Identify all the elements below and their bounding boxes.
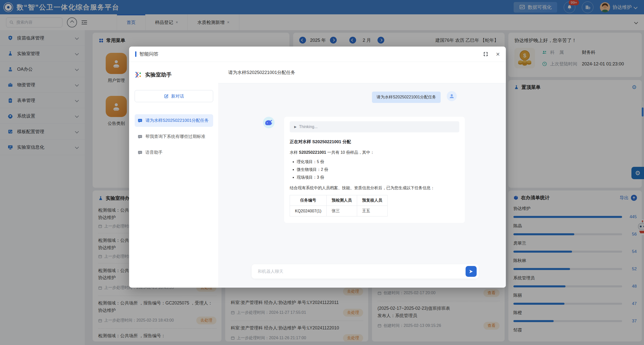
conversation-item[interactable]: 请为水样S20250221001分配任务 <box>135 114 213 127</box>
send-button[interactable] <box>466 266 477 277</box>
ai-chat-modal: 智能问答 × 实验室助手 <box>129 47 506 288</box>
answer-bullet: 理化项目：5 份 <box>297 159 459 165</box>
assistant-message-row: ▶ Thinking... 正在对水样 S20250221001 分配 水样 S… <box>263 117 465 223</box>
task-table: 任务编号预检测人员预复核人员 KQ2024007(1)张三王五 <box>290 195 388 216</box>
task-table-cell: 张三 <box>326 206 357 216</box>
chat-bubble-icon <box>138 118 142 123</box>
assistant-name: 实验室助手 <box>145 71 172 78</box>
new-chat-label: 新对话 <box>171 93 184 99</box>
conversation-item[interactable]: 语音助手 <box>135 146 213 159</box>
chat-bubble-icon <box>138 134 142 139</box>
assistant-message-card: ▶ Thinking... 正在对水样 S20250221001 分配 水样 S… <box>284 117 465 223</box>
chat-bubble-icon <box>138 150 142 155</box>
fullscreen-icon[interactable] <box>483 51 488 57</box>
task-table-header: 预检测人员 <box>326 195 357 206</box>
modal-title: 智能问答 <box>139 51 159 57</box>
new-chat-button[interactable]: 新对话 <box>135 90 213 102</box>
user-message-row: 请为水样S20250221001分配任务 <box>372 92 506 103</box>
answer-bullet: 现场项目：3 份 <box>297 175 459 180</box>
task-table-header: 预复核人员 <box>357 195 387 206</box>
conversation-label: 请为水样S20250221001分配任务 <box>145 117 209 124</box>
conversation-label: 语音助手 <box>145 149 163 156</box>
answer-bullet: 微生物项目：2 份 <box>297 167 459 172</box>
conversation-item[interactable]: 帮我查询下系统有哪些过期标准 <box>135 130 213 143</box>
answer-intro: 水样 S20250221001 一共有 10 份样品，其中： <box>290 149 459 156</box>
assistant-avatar-whale-icon <box>263 117 275 128</box>
chat-panel: 请为水样S20250221001分配任务 请为水样S20250221001分配任… <box>218 62 506 288</box>
answer-heading: 正在对水样 S20250221001 分配 <box>290 139 459 145</box>
title-accent-bar <box>135 51 136 57</box>
conversation-panel: 实验室助手 新对话 请为水样S20250221001分配任务 <box>129 62 218 288</box>
chat-messages: 请为水样S20250221001分配任务 <box>218 83 506 288</box>
task-table-row: KQ2024007(1)张三王五 <box>290 206 388 216</box>
modal-header: 智能问答 × <box>129 47 506 62</box>
answer-bullets: 理化项目：5 份微生物项目：2 份现场项目：3 份 <box>291 159 459 180</box>
close-icon[interactable]: × <box>496 51 500 57</box>
compose-icon <box>164 94 169 99</box>
conversation-label: 帮我查询下系统有哪些过期标准 <box>145 133 205 140</box>
thinking-toggle[interactable]: ▶ Thinking... <box>290 121 459 132</box>
thinking-label: Thinking... <box>299 125 318 129</box>
assistant-logo <box>135 71 142 79</box>
answer-summary: 结合现有系统中的人员档案、技能、资质信息分析后，已为您生成以下任务信息： <box>290 185 459 191</box>
task-table-header-row: 任务编号预检测人员预复核人员 <box>290 195 388 206</box>
task-table-cell: 王五 <box>357 206 387 216</box>
chat-input-bar <box>252 264 479 279</box>
chat-title: 请为水样S20250221001分配任务 <box>218 62 506 83</box>
send-icon <box>469 269 474 274</box>
task-table-header: 任务编号 <box>290 195 327 206</box>
chat-input[interactable] <box>257 269 466 274</box>
user-message-avatar <box>447 91 457 101</box>
task-table-cell: KQ2024007(1) <box>290 206 327 216</box>
conversation-list: 请为水样S20250221001分配任务 帮我查询下系统有哪些过期标准 语音助手 <box>135 114 213 159</box>
user-message-bubble: 请为水样S20250221001分配任务 <box>372 92 441 103</box>
triangle-right-icon: ▶ <box>294 125 296 129</box>
